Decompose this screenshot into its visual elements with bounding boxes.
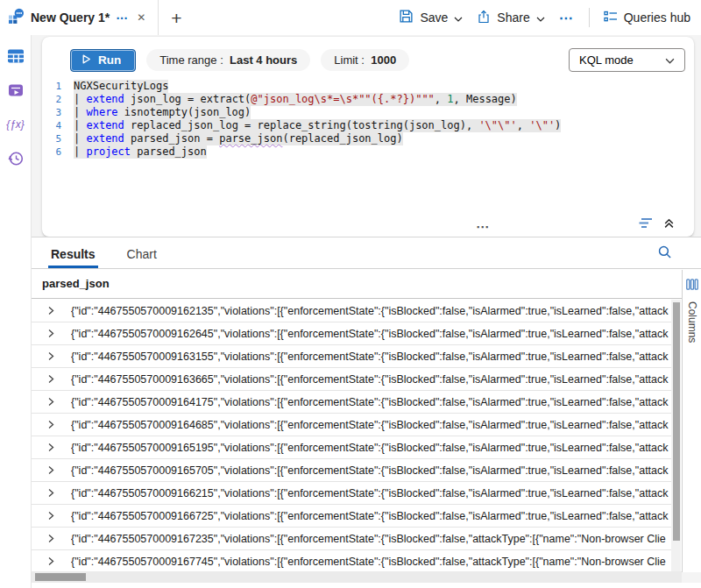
table-explorer-icon[interactable]	[6, 46, 25, 66]
code-line[interactable]: 3| where isnotempty(json_log)	[42, 106, 694, 119]
splitter-handle[interactable]: ⋯	[476, 219, 491, 235]
query-history-icon[interactable]	[6, 149, 25, 168]
topbar-actions: Save Share ⋯ Que	[399, 8, 701, 27]
code-text[interactable]: | extend parsed_json = parse_json(replac…	[74, 132, 403, 145]
new-tab-button[interactable]: +	[171, 9, 181, 27]
tab-chart[interactable]: Chart	[124, 247, 159, 268]
code-line[interactable]: 1NGXSecurityLogs	[42, 80, 694, 93]
run-label: Run	[98, 53, 121, 67]
kql-mode-dropdown[interactable]: KQL mode	[569, 48, 685, 72]
tab-more-icon[interactable]: ⋯	[116, 11, 129, 25]
left-sidebar: {ƒx}	[0, 35, 32, 588]
queries-hub-icon	[604, 10, 618, 26]
table-row[interactable]: {"id":"4467550570009165705","violations"…	[32, 459, 671, 482]
limit-label: Limit :	[334, 53, 365, 67]
horizontal-scrollbar-thumb[interactable]	[35, 573, 86, 581]
editor-corner-actions	[639, 217, 675, 229]
table-row[interactable]: {"id":"4467550570009163665","violations"…	[32, 368, 671, 391]
queries-hub-label: Queries hub	[624, 11, 690, 25]
table-row[interactable]: {"id":"4467550570009165195","violations"…	[32, 436, 671, 459]
code-line[interactable]: 5| extend parsed_json = parse_json(repla…	[42, 132, 694, 145]
code-text[interactable]: NGXSecurityLogs	[74, 80, 168, 93]
vertical-scrollbar-thumb[interactable]	[673, 302, 680, 541]
expand-row-icon[interactable]	[46, 488, 55, 498]
table-row[interactable]: {"id":"4467550570009167745","violations"…	[32, 550, 671, 573]
row-json-text: {"id":"4467550570009167745","violations"…	[71, 556, 666, 568]
table-row[interactable]: {"id":"4467550570009166215","violations"…	[32, 482, 671, 505]
more-actions-icon[interactable]: ⋯	[559, 10, 575, 26]
tab-close-icon[interactable]: ✕	[135, 11, 147, 24]
line-number: 1	[42, 80, 74, 93]
format-lines-icon[interactable]	[639, 217, 654, 229]
table-row[interactable]: {"id":"4467550570009167235","violations"…	[32, 528, 671, 550]
collapse-panel-icon[interactable]	[663, 217, 675, 229]
share-icon	[477, 10, 491, 26]
code-text[interactable]: | extend replaced_json_log = replace_str…	[74, 119, 561, 132]
row-json-text: {"id":"4467550570009165195","violations"…	[71, 442, 669, 454]
play-icon	[81, 53, 91, 67]
row-json-text: {"id":"4467550570009163665","violations"…	[71, 373, 669, 386]
expand-row-icon[interactable]	[46, 397, 55, 407]
columns-panel-label: Columns	[686, 301, 698, 343]
columns-side-panel[interactable]: Columns	[682, 270, 701, 572]
search-icon[interactable]	[657, 244, 672, 262]
code-line[interactable]: 4| extend replaced_json_log = replace_st…	[42, 119, 694, 132]
tab-results[interactable]: Results	[48, 247, 98, 268]
share-button[interactable]: Share	[477, 10, 544, 26]
expand-row-icon[interactable]	[46, 329, 55, 338]
time-range-value: Last 4 hours	[230, 53, 297, 67]
table-row[interactable]: {"id":"4467550570009162135","violations"…	[32, 300, 671, 322]
queries-hub-button[interactable]: Queries hub	[604, 10, 690, 26]
expand-row-icon[interactable]	[46, 420, 55, 429]
kusto-query-icon	[8, 8, 25, 28]
expand-row-icon[interactable]	[46, 511, 55, 521]
topbar-divider	[589, 8, 590, 27]
expand-row-icon[interactable]	[46, 465, 55, 475]
row-json-text: {"id":"4467550570009162645","violations"…	[71, 328, 669, 340]
save-chevron-down-icon	[454, 11, 463, 25]
table-row[interactable]: {"id":"4467550570009162645","violations"…	[32, 322, 671, 345]
horizontal-scrollbar[interactable]	[32, 571, 682, 583]
share-chevron-down-icon	[536, 11, 545, 25]
columns-icon	[686, 278, 698, 294]
table-row[interactable]: {"id":"4467550570009166725","violations"…	[32, 505, 671, 528]
expand-row-icon[interactable]	[46, 443, 55, 452]
saved-queries-icon[interactable]	[6, 81, 25, 100]
code-line[interactable]: 6| project parsed_json	[42, 145, 694, 159]
expand-row-icon[interactable]	[46, 351, 55, 361]
expand-row-icon[interactable]	[46, 374, 55, 384]
code-text[interactable]: | project parsed_json	[74, 145, 207, 159]
save-label: Save	[420, 11, 448, 25]
code-text[interactable]: | where isnotempty(json_log)	[74, 106, 251, 119]
expand-row-icon[interactable]	[46, 306, 55, 315]
save-button[interactable]: Save	[399, 9, 463, 26]
expand-row-icon[interactable]	[46, 534, 55, 543]
run-button[interactable]: Run	[70, 49, 136, 72]
limit-value: 1000	[371, 53, 396, 67]
limit-selector[interactable]: Limit : 1000	[321, 49, 409, 71]
time-range-selector[interactable]: Time range : Last 4 hours	[146, 49, 310, 71]
vertical-scrollbar[interactable]	[671, 300, 681, 573]
column-header-parsed-json[interactable]: parsed_json	[32, 269, 682, 299]
table-row[interactable]: {"id":"4467550570009164685","violations"…	[32, 414, 671, 436]
editor-lines[interactable]: 1NGXSecurityLogs2| extend json_log = ext…	[42, 80, 694, 159]
share-label: Share	[497, 11, 529, 25]
results-rows: {"id":"4467550570009162135","violations"…	[32, 300, 671, 573]
line-number: 6	[42, 145, 74, 159]
code-line[interactable]: 2| extend json_log = extract(@"json_log\…	[42, 93, 694, 106]
tab-title: New Query 1*	[31, 11, 110, 25]
line-number: 2	[42, 93, 74, 106]
expand-row-icon[interactable]	[46, 556, 55, 566]
query-toolbar: Run Time range : Last 4 hours Limit : 10…	[42, 37, 694, 72]
row-json-text: {"id":"4467550570009166215","violations"…	[71, 487, 669, 499]
code-text[interactable]: | extend json_log = extract(@"json_log\s…	[74, 93, 517, 106]
line-number: 4	[42, 119, 74, 132]
table-row[interactable]: {"id":"4467550570009163155","violations"…	[32, 345, 671, 368]
query-tab[interactable]: New Query 1* ⋯ ✕	[0, 0, 159, 35]
table-row[interactable]: {"id":"4467550570009164175","violations"…	[32, 391, 671, 414]
row-json-text: {"id":"4467550570009164685","violations"…	[71, 419, 669, 431]
line-number: 5	[42, 132, 74, 145]
results-tabs: Results Chart	[32, 237, 701, 269]
row-json-text: {"id":"4467550570009165705","violations"…	[71, 464, 669, 477]
functions-icon[interactable]: {ƒx}	[6, 115, 25, 134]
